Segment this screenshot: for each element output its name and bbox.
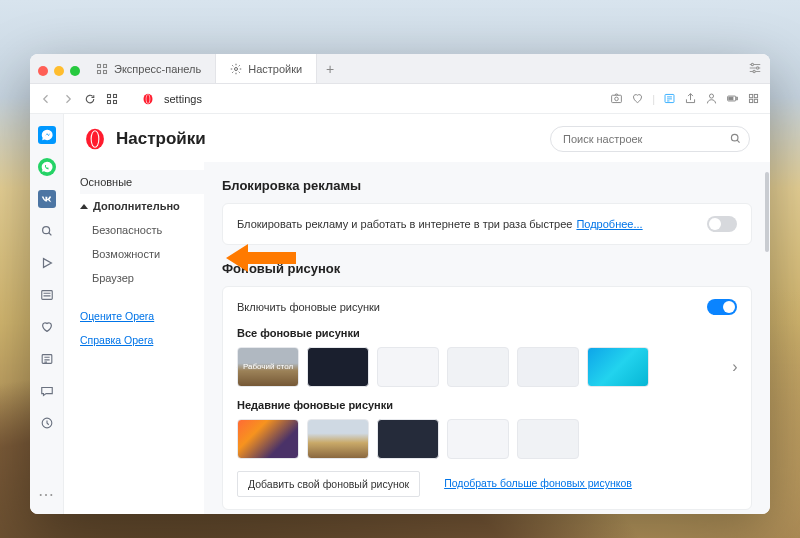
svg-rect-29	[754, 94, 757, 97]
svg-rect-12	[114, 94, 117, 97]
profile-icon[interactable]	[705, 92, 718, 105]
svg-point-9	[756, 66, 758, 68]
tab-settings[interactable]: Настройки	[216, 54, 317, 83]
wallpaper-enable-text: Включить фоновые рисунки	[237, 301, 380, 313]
wallpaper-thumb[interactable]	[377, 347, 439, 387]
search-input[interactable]	[550, 126, 750, 152]
wallpaper-card: Включить фоновые рисунки Все фоновые рис…	[222, 286, 752, 510]
opera-logo-icon	[142, 93, 154, 105]
settings-header: Настройки	[64, 114, 770, 162]
sidebar-link-rate[interactable]: Оцените Opera	[80, 304, 204, 328]
messenger-icon[interactable]	[38, 126, 56, 144]
wallpaper-thumb-desktop[interactable]: Рабочий стол	[237, 347, 299, 387]
adblock-card: Блокировать рекламу и работать в интерне…	[222, 203, 752, 245]
whatsapp-icon[interactable]	[38, 158, 56, 176]
settings-sidebar: Основные Дополнительно Безопасность Возм…	[64, 162, 204, 514]
tab-bar: Экспресс-панель Настройки +	[30, 54, 770, 84]
heart-icon[interactable]	[631, 92, 644, 105]
svg-rect-11	[108, 94, 111, 97]
sidebar-item-advanced[interactable]: Дополнительно	[80, 194, 204, 218]
grid-icon	[96, 63, 108, 75]
chat-rail-icon[interactable]	[38, 382, 56, 400]
svg-rect-0	[98, 64, 101, 67]
adblock-text: Блокировать рекламу и работать в интерне…	[237, 218, 572, 230]
tab-express-panel[interactable]: Экспресс-панель	[82, 54, 216, 83]
sidebar-link-help[interactable]: Справка Opera	[80, 328, 204, 352]
svg-rect-2	[98, 70, 101, 73]
carousel-right[interactable]: ›	[727, 359, 743, 375]
minimize-window[interactable]	[54, 66, 64, 76]
window-traffic-lights	[38, 66, 80, 76]
adblock-more-link[interactable]: Подробнее...	[576, 218, 642, 230]
svg-point-8	[751, 63, 753, 65]
personal-news-icon[interactable]	[663, 92, 676, 105]
wallpaper-thumbs-all: ‹ Рабочий стол ›	[237, 347, 737, 387]
settings-columns: Основные Дополнительно Безопасность Возм…	[64, 162, 770, 514]
wallpaper-toggle[interactable]	[707, 299, 737, 315]
gear-icon	[230, 63, 242, 75]
wallpaper-thumb[interactable]	[447, 347, 509, 387]
address-text[interactable]: settings	[164, 93, 202, 105]
back-button[interactable]	[40, 93, 52, 105]
svg-point-43	[92, 131, 99, 146]
bookmark-rail-icon[interactable]	[38, 318, 56, 336]
reload-button[interactable]	[84, 93, 96, 105]
scrollbar[interactable]	[764, 162, 770, 514]
svg-rect-1	[104, 64, 107, 67]
svg-rect-13	[108, 100, 111, 103]
address-actions: |	[610, 92, 760, 105]
wallpaper-thumb[interactable]	[307, 347, 369, 387]
vk-icon[interactable]	[38, 190, 56, 208]
svg-point-10	[753, 70, 755, 72]
svg-point-19	[615, 97, 619, 101]
window-body: ⋯ Настройки Основные Дополнительно Безоп…	[30, 114, 770, 514]
speed-dial-button[interactable]	[106, 93, 118, 105]
new-tab-button[interactable]: +	[317, 54, 343, 83]
wallpaper-thumbs-recent	[237, 419, 737, 459]
sidebar-item-features[interactable]: Возможности	[80, 242, 204, 266]
news2-rail-icon[interactable]	[38, 350, 56, 368]
wallpaper-thumb[interactable]	[517, 419, 579, 459]
sidebar-item-basic[interactable]: Основные	[80, 170, 204, 194]
snapshot-icon[interactable]	[610, 92, 623, 105]
opera-logo-icon	[84, 128, 106, 150]
close-window[interactable]	[38, 66, 48, 76]
more-wallpapers-link[interactable]: Подобрать больше фоновых рисунков	[434, 471, 642, 497]
sidebar-item-security[interactable]: Безопасность	[80, 218, 204, 242]
search-icon	[729, 132, 742, 145]
wallpaper-thumb[interactable]	[307, 419, 369, 459]
extensions-icon[interactable]	[747, 92, 760, 105]
wallpaper-thumb[interactable]	[587, 347, 649, 387]
wallpaper-thumb[interactable]	[517, 347, 579, 387]
settings-main: Блокировка рекламы Блокировать рекламу и…	[204, 162, 770, 514]
battery-icon[interactable]	[726, 92, 739, 105]
annotation-arrow	[226, 240, 296, 280]
svg-rect-28	[749, 94, 752, 97]
wallpaper-all-label: Все фоновые рисунки	[237, 327, 737, 339]
adblock-toggle[interactable]	[707, 216, 737, 232]
zoom-window[interactable]	[70, 66, 80, 76]
svg-rect-45	[244, 252, 296, 264]
content-area: Настройки Основные Дополнительно Безопас…	[64, 114, 770, 514]
play-rail-icon[interactable]	[38, 254, 56, 272]
wallpaper-thumb[interactable]	[377, 419, 439, 459]
wallpaper-thumb[interactable]	[237, 419, 299, 459]
section-title-wallpaper: Фоновый рисунок	[222, 261, 752, 276]
svg-point-44	[731, 134, 738, 141]
more-rail-icon[interactable]: ⋯	[38, 485, 56, 504]
share-icon[interactable]	[684, 92, 697, 105]
history-rail-icon[interactable]	[38, 414, 56, 432]
wallpaper-actions: Добавить свой фоновый рисунок Подобрать …	[237, 471, 737, 497]
svg-rect-14	[114, 100, 117, 103]
news-rail-icon[interactable]	[38, 286, 56, 304]
wallpaper-thumb[interactable]	[447, 419, 509, 459]
sidebar-item-browser[interactable]: Браузер	[80, 266, 204, 290]
page-title: Настройки	[116, 129, 206, 149]
wallpaper-recent-label: Недавние фоновые рисунки	[237, 399, 737, 411]
easy-setup-icon[interactable]	[748, 61, 762, 77]
svg-point-32	[42, 227, 49, 234]
forward-button[interactable]	[62, 93, 74, 105]
search-rail-icon[interactable]	[38, 222, 56, 240]
add-wallpaper-button[interactable]: Добавить свой фоновый рисунок	[237, 471, 420, 497]
left-rail: ⋯	[30, 114, 64, 514]
